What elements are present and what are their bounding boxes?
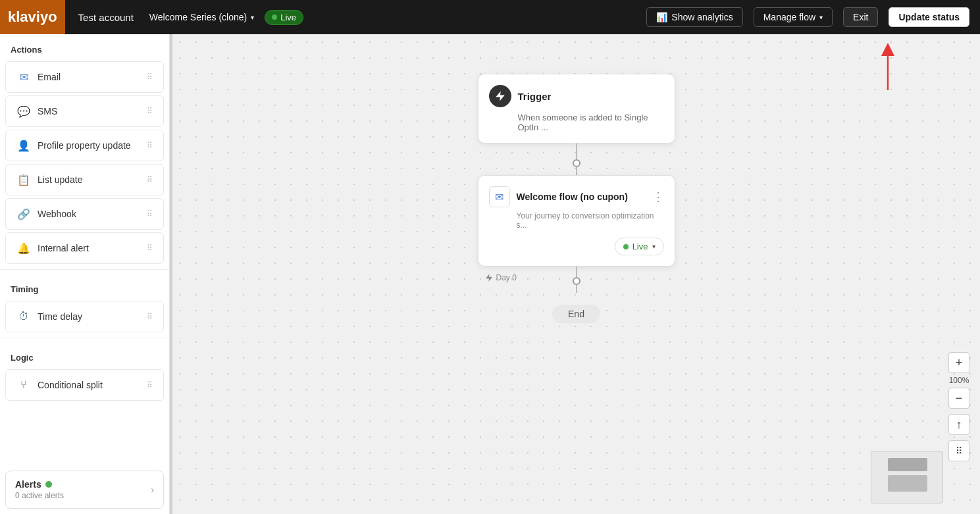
end-node-label: End: [568, 309, 584, 319]
red-arrow-annotation: [835, 38, 901, 97]
drag-handle-sms[interactable]: ⠿: [147, 107, 153, 116]
sidebar-item-internal-alert[interactable]: 🔔 Internal alert ⠿: [5, 232, 164, 264]
email-icon: ✉: [16, 70, 31, 84]
email-node-status-chevron-icon: ▾: [652, 243, 656, 250]
minimap-trigger-node: [888, 458, 927, 471]
sms-icon: 💬: [16, 104, 31, 118]
sms-item-label: SMS: [38, 106, 57, 116]
connector-line-4: [576, 285, 577, 293]
internal-alert-icon: 🔔: [16, 241, 31, 255]
flow-canvas[interactable]: Trigger When someone is added to Single …: [172, 34, 980, 514]
manage-flow-label: Manage flow: [763, 12, 815, 22]
account-name: Test account: [78, 12, 134, 23]
email-node-status-selector[interactable]: Live ▾: [615, 238, 664, 255]
conditional-split-item-label: Conditional split: [38, 380, 103, 390]
minimap: [871, 451, 943, 503]
update-status-label: Update status: [898, 12, 960, 22]
conditional-split-icon: ⑂: [16, 378, 31, 392]
email-node-title: Welcome flow (no cupon): [517, 192, 628, 202]
profile-update-icon: 👤: [16, 138, 31, 153]
drag-handle-time-delay[interactable]: ⠿: [147, 312, 153, 321]
zoom-out-button[interactable]: −: [948, 388, 969, 409]
flow-selector-button[interactable]: Welcome Series (clone) ▾: [149, 12, 254, 22]
drag-handle-internal-alert[interactable]: ⠿: [147, 244, 153, 253]
connector-line-1: [576, 143, 577, 159]
logo-area: klaviyo: [0, 0, 65, 34]
day-label-text: Day 0: [496, 273, 517, 282]
drag-handle-email[interactable]: ⠿: [147, 72, 153, 82]
sidebar-item-webhook[interactable]: 🔗 Webhook ⠿: [5, 198, 164, 230]
alerts-chevron-icon: ›: [151, 484, 154, 495]
sidebar-item-time-delay[interactable]: ⏱ Time delay ⠿: [5, 301, 164, 332]
update-status-button[interactable]: Update status: [889, 7, 969, 27]
zoom-in-button[interactable]: +: [948, 352, 969, 373]
main-layout: Actions ✉ Email ⠿ 💬 SMS ⠿ 👤 Profile prop…: [0, 34, 980, 514]
grid-view-button[interactable]: ⠿: [948, 440, 969, 461]
flow-nodes-container: Trigger When someone is added to Single …: [471, 74, 682, 323]
list-update-item-label: List update: [38, 174, 83, 185]
manage-flow-chevron-icon: ▾: [819, 14, 823, 21]
exit-button[interactable]: Exit: [843, 7, 878, 27]
sidebar-item-email[interactable]: ✉ Email ⠿: [5, 61, 164, 93]
email-flow-node[interactable]: ✉ Welcome flow (no cupon) ⋮ Your journey…: [478, 175, 675, 267]
time-delay-icon: ⏱: [16, 309, 31, 324]
logic-section-label: Logic: [0, 342, 169, 368]
time-delay-item-label: Time delay: [38, 311, 82, 322]
email-item-label: Email: [38, 72, 61, 82]
internal-alert-item-label: Internal alert: [38, 243, 89, 253]
show-analytics-label: Show analytics: [671, 12, 733, 22]
email-node-menu-button[interactable]: ⋮: [652, 190, 664, 204]
connector-line-2: [576, 167, 577, 175]
trigger-node-icon: [489, 85, 511, 107]
analytics-icon: 📊: [656, 12, 667, 22]
alerts-bar[interactable]: Alerts 0 active alerts ›: [5, 471, 164, 509]
flow-name-label: Welcome Series (clone): [149, 12, 247, 22]
klaviyo-logo: klaviyo: [8, 9, 57, 26]
webhook-item-label: Webhook: [38, 209, 76, 219]
alerts-title: Alerts: [15, 479, 41, 490]
exit-label: Exit: [853, 12, 868, 22]
live-dot-icon: [272, 14, 277, 20]
sidebar-item-list-update[interactable]: 📋 List update ⠿: [5, 164, 164, 195]
connector-dot-2: [573, 277, 580, 285]
end-node: End: [552, 305, 600, 323]
flow-selector-chevron-icon: ▾: [251, 14, 254, 21]
drag-handle-profile[interactable]: ⠿: [147, 141, 153, 150]
sidebar-item-conditional-split[interactable]: ⑂ Conditional split ⠿: [5, 369, 164, 401]
zoom-controls: + 100% − ↑ ⠿: [948, 352, 969, 461]
alerts-count-label: 0 active alerts: [15, 491, 64, 500]
actions-section-label: Actions: [0, 34, 169, 60]
connector-line-3: [576, 267, 577, 277]
timing-section-label: Timing: [0, 274, 169, 299]
sidebar: Actions ✉ Email ⠿ 💬 SMS ⠿ 👤 Profile prop…: [0, 34, 170, 514]
trigger-node-subtitle: When someone is added to Single OptIn ..…: [489, 113, 664, 132]
sidebar-divider-1: [0, 269, 169, 270]
day-label: Day 0: [484, 273, 517, 282]
connector-dot-1: [573, 159, 580, 167]
alerts-green-dot-icon: [45, 481, 52, 488]
email-live-dot-icon: [623, 244, 629, 249]
webhook-icon: 🔗: [16, 207, 31, 221]
sidebar-item-profile-property-update[interactable]: 👤 Profile property update ⠿: [5, 130, 164, 161]
email-node-status-label: Live: [632, 242, 648, 251]
sidebar-item-sms[interactable]: 💬 SMS ⠿: [5, 95, 164, 127]
profile-update-item-label: Profile property update: [38, 140, 131, 151]
zoom-level-label: 100%: [949, 376, 969, 385]
minimap-email-node: [888, 475, 927, 492]
header: klaviyo Test account Welcome Series (clo…: [0, 0, 980, 34]
email-node-description: Your journey to conversion optimization …: [517, 211, 664, 230]
live-status-label: Live: [280, 13, 296, 22]
trigger-node-title: Trigger: [518, 91, 552, 102]
sidebar-divider-2: [0, 338, 169, 338]
day-label-icon: [484, 273, 494, 282]
drag-handle-webhook[interactable]: ⠿: [147, 209, 153, 218]
list-update-icon: 📋: [16, 172, 31, 187]
manage-flow-button[interactable]: Manage flow ▾: [754, 7, 833, 27]
drag-handle-list[interactable]: ⠿: [147, 175, 153, 184]
email-node-icon: ✉: [489, 186, 510, 207]
trigger-node[interactable]: Trigger When someone is added to Single …: [478, 74, 675, 143]
drag-handle-conditional[interactable]: ⠿: [147, 380, 153, 390]
show-analytics-button[interactable]: 📊 Show analytics: [646, 7, 742, 27]
zoom-fit-button[interactable]: ↑: [948, 414, 969, 435]
live-status-badge: Live: [265, 10, 303, 25]
